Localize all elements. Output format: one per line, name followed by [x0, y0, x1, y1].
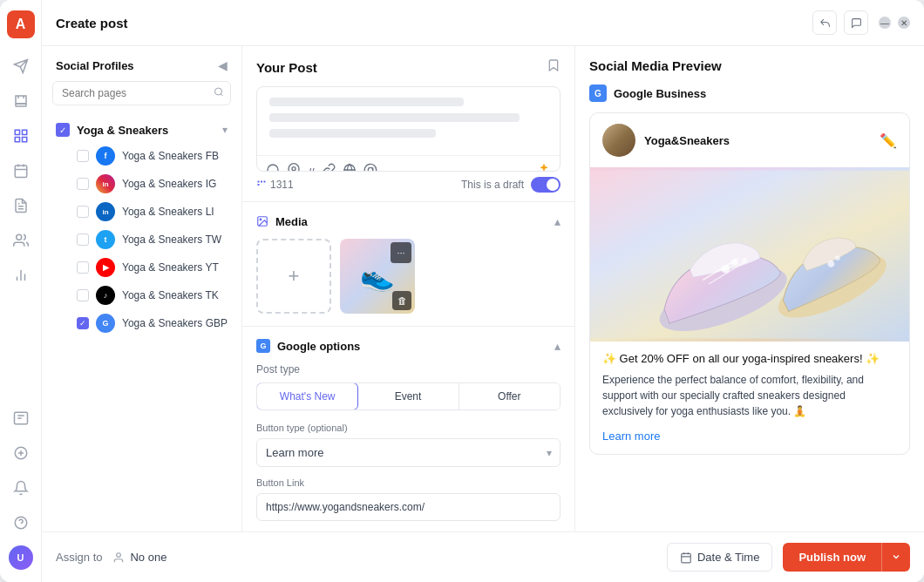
nav-icon-send[interactable]: [7, 52, 35, 80]
preview-image: [590, 167, 909, 342]
location-icon[interactable]: [287, 163, 301, 172]
main-window: Create post — ✕ Social Profiles ◀: [42, 0, 924, 582]
post-type-whats-new-button[interactable]: What's New: [256, 382, 358, 410]
publish-dropdown-button[interactable]: [881, 543, 910, 572]
preview-header: Social Media Preview: [575, 46, 924, 85]
svg-point-11: [268, 165, 278, 172]
profile-gbp-checkbox[interactable]: [77, 317, 89, 329]
draft-label: This is a draft: [461, 179, 524, 191]
post-type-event-button[interactable]: Event: [357, 383, 459, 409]
profile-yt-checkbox[interactable]: [77, 261, 89, 274]
content-area: Social Profiles ◀ ✓ Yoga & Sneakers: [42, 46, 924, 531]
svg-rect-32: [682, 553, 691, 563]
text-content[interactable]: [257, 87, 560, 155]
app-logo: A: [7, 10, 35, 38]
nav-icon-add[interactable]: [7, 439, 35, 467]
media-section-chevron-icon[interactable]: ▴: [554, 214, 561, 228]
svg-point-31: [117, 552, 121, 557]
list-item[interactable]: t Yoga & Sneakers TW: [52, 226, 231, 254]
post-text-editor[interactable]: #: [256, 86, 561, 172]
preview-learn-more-link[interactable]: Learn more: [602, 430, 660, 443]
nav-icon-users[interactable]: [7, 227, 35, 254]
profile-ig-checkbox[interactable]: [77, 178, 89, 190]
button-link-input[interactable]: [256, 493, 561, 521]
calendar-icon: [680, 552, 692, 564]
button-link-label: Button Link: [256, 477, 561, 488]
preview-body-text: Experience the perfect balance of comfor…: [602, 372, 897, 419]
preview-title: Social Media Preview: [589, 58, 722, 73]
google-options-chevron-icon[interactable]: ▴: [554, 339, 561, 353]
list-item[interactable]: in Yoga & Sneakers LI: [52, 198, 231, 226]
nav-icon-document[interactable]: [7, 192, 35, 220]
button-type-select[interactable]: Learn more Book Order online Buy Sign up…: [256, 438, 561, 467]
profile-fb-checkbox[interactable]: [77, 150, 89, 162]
nav-icon-avatar[interactable]: U: [7, 544, 35, 572]
nav-icon-bell[interactable]: [7, 474, 35, 502]
nav-icon-grid[interactable]: [7, 122, 35, 150]
title-bar: Create post — ✕: [42, 0, 924, 46]
assign-label: Assign to: [56, 551, 102, 564]
person-icon: [112, 552, 125, 564]
assign-value-text: No one: [130, 551, 166, 564]
platform-name: Google Business: [614, 87, 706, 100]
profile-tk-checkbox[interactable]: [77, 289, 89, 301]
profile-li-checkbox[interactable]: [77, 206, 89, 218]
close-button[interactable]: ✕: [898, 17, 910, 29]
comment-button[interactable]: [844, 10, 868, 35]
media-more-button[interactable]: ···: [391, 242, 411, 263]
svg-rect-18: [258, 184, 260, 186]
minimize-button[interactable]: —: [879, 17, 891, 29]
sidebar-collapse-button[interactable]: ◀: [218, 58, 228, 72]
media-actions: ···: [391, 242, 411, 263]
date-time-button[interactable]: Date & Time: [667, 543, 773, 572]
nav-icon-help[interactable]: [7, 509, 35, 537]
profile-li-name: Yoga & Sneakers LI: [122, 206, 214, 218]
list-item[interactable]: ▶ Yoga & Sneakers YT: [52, 254, 231, 281]
list-item[interactable]: ♪ Yoga & Sneakers TK: [52, 281, 231, 309]
bookmark-icon[interactable]: [547, 58, 561, 76]
text-toolbar: #: [257, 155, 560, 172]
publish-now-button[interactable]: Publish now: [783, 543, 881, 572]
platform-icon: G: [589, 85, 607, 102]
undo-button[interactable]: [812, 10, 837, 35]
preview-area: Social Media Preview G Google Business Y…: [575, 46, 924, 531]
media-delete-button[interactable]: 🗑: [392, 291, 411, 310]
at-icon[interactable]: [363, 163, 377, 172]
link-icon[interactable]: [322, 163, 336, 172]
profile-tk-name: Yoga & Sneakers TK: [122, 289, 219, 301]
nav-icon-pages[interactable]: [7, 404, 35, 432]
list-item[interactable]: f Yoga & Sneakers FB: [52, 142, 231, 170]
globe-icon[interactable]: [343, 163, 357, 172]
google-icon: G: [256, 339, 270, 353]
assign-value[interactable]: No one: [112, 551, 166, 564]
nav-icon-calendar[interactable]: [7, 157, 35, 185]
group-checkbox[interactable]: ✓: [56, 123, 70, 137]
svg-rect-15: [258, 181, 260, 183]
nav-icon-inbox[interactable]: [7, 87, 35, 115]
window-title: Create post: [56, 16, 802, 30]
svg-point-10: [215, 88, 222, 95]
group-chevron-icon: ▾: [222, 124, 228, 136]
nav-icon-chart[interactable]: [7, 261, 35, 289]
preview-edit-button[interactable]: ✏️: [880, 132, 897, 149]
profile-group-header[interactable]: ✓ Yoga & Sneakers ▾: [52, 118, 231, 142]
search-input[interactable]: [52, 81, 231, 105]
list-item[interactable]: G Yoga & Sneakers GBP: [52, 309, 231, 337]
draft-toggle[interactable]: [531, 177, 561, 193]
avatar: f: [96, 146, 115, 166]
emoji-icon[interactable]: [266, 163, 280, 172]
counter-draft-row: 1311 This is a draft: [242, 172, 574, 201]
svg-rect-2: [22, 130, 26, 134]
post-type-label: Post type: [256, 363, 561, 376]
magic-icon[interactable]: [537, 163, 551, 172]
hashtag-icon[interactable]: #: [308, 165, 315, 173]
chevron-down-icon: [891, 552, 901, 562]
title-actions: [812, 10, 868, 35]
svg-rect-3: [15, 138, 19, 142]
text-line-1: [269, 98, 464, 106]
media-add-button[interactable]: +: [256, 239, 331, 314]
list-item[interactable]: in Yoga & Sneakers IG: [52, 170, 231, 198]
left-nav: A: [0, 0, 42, 582]
profile-tw-checkbox[interactable]: [77, 233, 89, 246]
post-type-offer-button[interactable]: Offer: [459, 383, 560, 409]
